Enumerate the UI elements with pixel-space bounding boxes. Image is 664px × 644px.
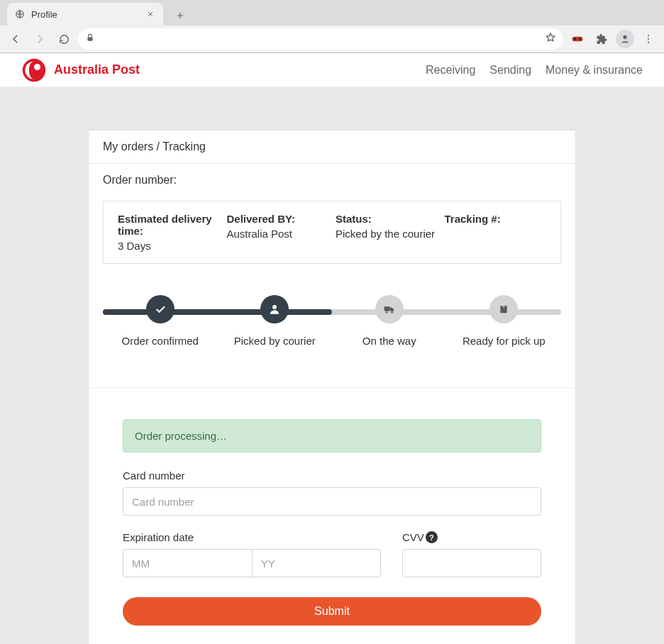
extensions-icon[interactable] (592, 29, 612, 49)
site-header: Australia Post Receiving Sending Money &… (0, 53, 664, 87)
step-picked-by-courier: Picked by courier (218, 295, 333, 347)
svg-point-8 (648, 42, 649, 43)
svg-point-4 (579, 38, 581, 40)
eta-label: Estimated delivery time: (118, 213, 220, 237)
nav-sending[interactable]: Sending (489, 64, 531, 77)
tracking-label: Tracking #: (445, 213, 547, 225)
order-number-label: Order number: (89, 164, 575, 196)
order-info-panel: Estimated delivery time: 3 Days Delivere… (103, 201, 561, 264)
svg-point-14 (391, 311, 393, 313)
back-button[interactable] (6, 29, 26, 49)
step-label: Picked by courier (218, 335, 333, 347)
step-ready-for-pickup: Ready for pick up (447, 295, 562, 347)
primary-nav: Receiving Sending Money & insurance (426, 64, 643, 77)
tab-title: Profile (31, 9, 57, 20)
close-icon[interactable] (145, 9, 156, 20)
lock-icon (85, 33, 95, 45)
svg-point-11 (272, 305, 277, 309)
breadcrumb: My orders / Tracking (89, 131, 575, 164)
card-number-input[interactable] (123, 487, 541, 516)
page-viewport: Australia Post Receiving Sending Money &… (0, 53, 664, 644)
kebab-menu-icon[interactable] (638, 29, 658, 49)
help-icon[interactable]: ? (426, 531, 438, 543)
step-label: Order confirmed (103, 335, 218, 347)
browser-chrome: Profile (0, 0, 664, 53)
card-number-label: Card number (123, 470, 541, 482)
submit-button[interactable]: Submit (123, 597, 541, 626)
svg-point-13 (386, 311, 388, 313)
tab-strip: Profile (0, 0, 664, 26)
svg-rect-16 (501, 306, 504, 308)
svg-rect-17 (504, 306, 507, 308)
new-tab-button[interactable] (170, 6, 190, 26)
svg-rect-15 (501, 308, 507, 313)
step-on-the-way: On the way (332, 295, 447, 347)
progress-tracker: Order confirmed Picked by courier On the… (103, 295, 561, 345)
browser-toolbar (0, 26, 664, 52)
brand-logo[interactable]: Australia Post (21, 57, 140, 83)
tracking-card: My orders / Tracking Order number: Estim… (88, 130, 576, 644)
svg-rect-1 (88, 37, 93, 40)
alert-processing: Order processing… (123, 419, 541, 453)
forward-button (30, 29, 50, 49)
exp-month-input[interactable] (123, 549, 252, 577)
svg-point-7 (648, 38, 649, 40)
svg-rect-2 (572, 37, 583, 42)
nav-receiving[interactable]: Receiving (426, 64, 475, 77)
status-value: Picked by the courier (336, 228, 438, 240)
browser-tab[interactable]: Profile (7, 3, 163, 26)
cvv-input[interactable] (402, 549, 541, 577)
nav-money-insurance[interactable]: Money & insurance (546, 64, 643, 77)
eta-value: 3 Days (118, 240, 220, 252)
box-icon (489, 295, 518, 323)
truck-icon (375, 295, 404, 323)
bookmark-star-icon[interactable] (545, 32, 556, 46)
svg-rect-12 (384, 306, 389, 311)
expiration-label: Expiration date (123, 531, 381, 543)
address-bar[interactable] (78, 28, 563, 50)
reload-button[interactable] (54, 29, 74, 49)
check-icon (146, 295, 175, 323)
step-label: Ready for pick up (447, 335, 562, 347)
cvv-label: CVV (402, 531, 424, 543)
payment-form: Order processing… Card number Expiration… (89, 387, 575, 644)
step-order-confirmed: Order confirmed (103, 295, 218, 347)
brand-mark-icon (21, 57, 47, 83)
delivered-by-value: Australia Post (227, 228, 329, 240)
exp-year-input[interactable] (252, 549, 381, 577)
svg-point-6 (648, 35, 649, 36)
svg-point-10 (34, 64, 40, 70)
profile-avatar-icon[interactable] (616, 30, 634, 48)
brand-name: Australia Post (54, 62, 140, 77)
extension-icon-1[interactable] (568, 29, 587, 49)
svg-point-5 (623, 35, 626, 39)
globe-icon (14, 9, 26, 20)
delivered-by-label: Delivered BY: (227, 213, 329, 225)
step-label: On the way (332, 335, 447, 347)
svg-point-3 (574, 38, 576, 40)
user-icon (260, 295, 289, 323)
status-label: Status: (336, 213, 438, 225)
